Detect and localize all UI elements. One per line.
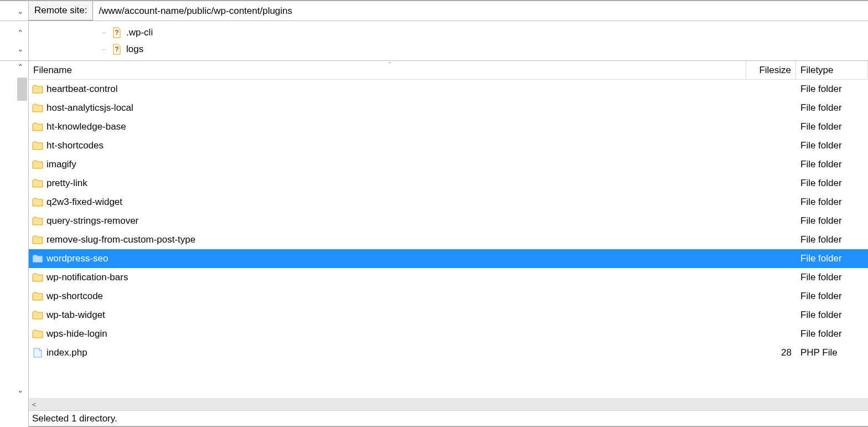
scroll-up-icon[interactable]: ⌃ (17, 29, 24, 37)
filename-label: wordpress-seo (46, 253, 108, 264)
folder-row[interactable]: remove-slug-from-custom-post-typeFile fo… (29, 230, 868, 249)
folder-icon (32, 84, 43, 94)
remote-site-label: Remote site: (29, 1, 93, 20)
folder-icon (32, 329, 43, 339)
tree-item[interactable]: ··· ? logs (95, 41, 868, 58)
remote-path-input[interactable]: /www/account-name/public/wp-content/plug… (93, 1, 868, 20)
folder-icon (32, 310, 43, 320)
folder-icon (32, 122, 43, 132)
cell-filetype: File folder (796, 197, 868, 208)
cell-filename: index.php (29, 347, 746, 358)
filename-label: pretty-link (46, 178, 87, 189)
file-list-header: Filename ⌃ Filesize Filetype (29, 61, 868, 80)
cell-filename: wp-shortcode (29, 291, 746, 302)
cell-filetype: File folder (796, 234, 868, 245)
folder-icon (32, 291, 43, 301)
php-file-icon (32, 347, 43, 358)
cell-filename: remove-slug-from-custom-post-type (29, 234, 746, 245)
folder-row[interactable]: pretty-linkFile folder (29, 174, 868, 193)
left-gutter: ⌄ ⌃ ⌄ ⌃ ⌄ (0, 1, 29, 427)
cell-filesize: 28 (746, 347, 796, 358)
folder-icon (32, 216, 43, 226)
tree-branch-icon: ··· (95, 45, 112, 53)
svg-text:?: ? (115, 45, 118, 53)
folder-row[interactable]: query-strings-removerFile folder (29, 212, 868, 230)
file-row[interactable]: index.php28PHP File (29, 343, 868, 362)
folder-icon (32, 141, 43, 151)
folder-icon (32, 103, 43, 113)
cell-filetype: File folder (796, 102, 868, 114)
filename-label: host-analyticsjs-local (46, 102, 133, 114)
filename-label: ht-knowledge-base (46, 121, 126, 132)
filename-label: wps-hide-login (46, 328, 107, 339)
folder-row[interactable]: wordpress-seoFile folder (29, 249, 868, 268)
status-bar: Selected 1 directory. (29, 410, 868, 427)
cell-filename: pretty-link (29, 178, 746, 189)
cell-filename: ht-shortcodes (29, 140, 746, 151)
scroll-down-icon[interactable]: ⌄ (17, 386, 24, 394)
filename-label: heartbeat-control (46, 84, 118, 95)
tree-item-label: logs (126, 44, 143, 55)
scroll-down-icon[interactable]: ⌄ (17, 45, 24, 53)
scrollbar-thumb[interactable] (17, 78, 27, 101)
unknown-icon: ? (112, 28, 122, 38)
cell-filename: wps-hide-login (29, 328, 746, 339)
cell-filetype: File folder (796, 140, 868, 151)
cell-filename: imagify (29, 159, 746, 170)
tree-item[interactable]: ··· ? .wp-cli (95, 24, 868, 41)
cell-filename: q2w3-fixed-widget (29, 197, 746, 208)
cell-filetype: File folder (796, 178, 868, 189)
filename-label: q2w3-fixed-widget (46, 197, 122, 208)
folder-row[interactable]: wp-notification-barsFile folder (29, 268, 868, 287)
cell-filetype: File folder (796, 84, 868, 95)
folder-row[interactable]: q2w3-fixed-widgetFile folder (29, 193, 868, 212)
folder-row[interactable]: heartbeat-controlFile folder (29, 80, 868, 99)
cell-filetype: File folder (796, 159, 868, 170)
cell-filetype: File folder (796, 328, 868, 339)
horizontal-scrollbar[interactable]: < (29, 398, 868, 410)
cell-filetype: PHP File (796, 347, 868, 358)
cell-filename: host-analyticsjs-local (29, 102, 746, 114)
svg-text:?: ? (115, 29, 118, 37)
chevron-down-icon[interactable]: ⌄ (17, 7, 24, 15)
folder-row[interactable]: imagifyFile folder (29, 155, 868, 174)
filename-label: query-strings-remover (46, 215, 138, 227)
folder-row[interactable]: wp-shortcodeFile folder (29, 287, 868, 306)
remote-site-bar: Remote site: /www/account-name/public/wp… (29, 1, 868, 21)
folder-icon (32, 272, 43, 282)
filename-label: remove-slug-from-custom-post-type (46, 234, 195, 245)
file-list: heartbeat-controlFile folderhost-analyti… (29, 80, 868, 398)
cell-filename: wp-tab-widget (29, 310, 746, 321)
cell-filename: heartbeat-control (29, 84, 746, 95)
folder-icon (32, 178, 43, 188)
folder-row[interactable]: host-analyticsjs-localFile folder (29, 99, 868, 117)
folder-icon (32, 235, 43, 245)
scroll-up-icon[interactable]: ⌃ (17, 63, 24, 71)
remote-tree[interactable]: ··· ? .wp-cli ··· ? logs (29, 21, 868, 61)
cell-filetype: File folder (796, 253, 868, 264)
cell-filetype: File folder (796, 291, 868, 302)
local-tree-scroll: ⌃ ⌄ (0, 21, 28, 61)
column-label: Filename (33, 65, 72, 76)
app-frame: ⌄ ⌃ ⌄ ⌃ ⌄ Remote site: /www/account-name… (0, 0, 868, 427)
folder-row[interactable]: ht-knowledge-baseFile folder (29, 117, 868, 136)
folder-row[interactable]: ht-shortcodesFile folder (29, 136, 868, 155)
sort-asc-icon: ⌃ (388, 61, 392, 67)
filename-label: index.php (46, 347, 87, 358)
cell-filename: ht-knowledge-base (29, 121, 746, 132)
column-header-filename[interactable]: Filename ⌃ (29, 61, 746, 79)
column-header-filetype[interactable]: Filetype (796, 61, 868, 79)
folder-icon (32, 160, 43, 169)
filename-label: wp-notification-bars (46, 272, 128, 283)
folder-row[interactable]: wps-hide-loginFile folder (29, 325, 868, 343)
filename-label: wp-shortcode (46, 291, 103, 302)
column-header-filesize[interactable]: Filesize (746, 61, 796, 79)
folder-row[interactable]: wp-tab-widgetFile folder (29, 306, 868, 325)
unknown-icon: ? (112, 44, 122, 54)
scroll-left-icon[interactable]: < (32, 400, 37, 409)
filename-label: imagify (46, 159, 76, 170)
tree-item-label: .wp-cli (126, 27, 153, 38)
tree-branch-icon: ··· (95, 29, 112, 37)
cell-filename: wp-notification-bars (29, 272, 746, 283)
cell-filetype: File folder (796, 310, 868, 321)
